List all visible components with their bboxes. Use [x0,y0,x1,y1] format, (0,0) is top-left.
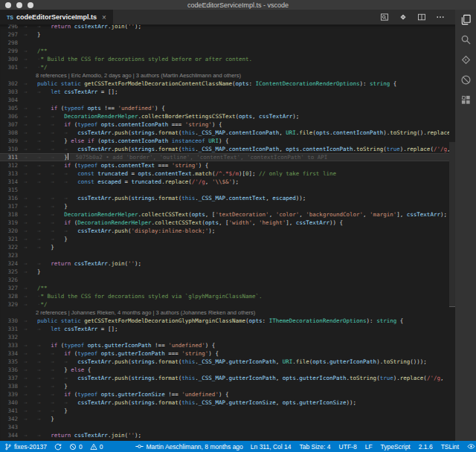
code-line: 326 [0,276,449,284]
explorer-icon[interactable] [460,14,472,25]
code-line: 310→ → → → cssTextArr.push(strings.forma… [0,145,449,153]
typescript-file-icon: TS [7,15,13,20]
gitlens-blame-annotation: 5075b0a2 • add 'border', 'outline', 'con… [76,154,328,161]
line-number: 322 [0,243,22,251]
code-line: 324→ → return cssTextArr.join(''); [0,259,449,268]
code-line: 332 [0,333,449,341]
code-line: 338→ → → } [0,382,449,390]
close-tab-icon[interactable]: × [102,13,106,22]
code-line: 298 [0,39,449,47]
cursor-position[interactable]: Ln 311, Col 14 [251,443,292,451]
titlebar: codeEditorServiceImpl.ts - vscode [0,0,476,10]
line-number: 341 [0,407,22,415]
commit-icon [135,442,144,451]
sync-button[interactable] [54,443,62,451]
code-line: 327→ /** [0,284,449,292]
code-line: 329→ ·*/ [0,300,449,309]
line-number: 328 [0,292,22,300]
line-number: 297 [0,30,22,39]
line-number: 323 [0,251,22,259]
line-number [0,71,22,80]
ts-version[interactable]: 2.1.6 [419,443,433,451]
extensions-icon[interactable] [460,94,472,106]
error-icon [69,443,77,451]
line-number: 326 [0,276,22,284]
tab-size[interactable]: Tab Size: 4 [300,443,331,451]
code-line: 304 [0,96,449,104]
code-line: 313→ → → → const truncated = opts.conten… [0,170,449,178]
line-number: 318 [0,210,22,219]
more-actions-icon[interactable] [436,13,445,22]
code-line: 330→ public static getCSSTextForModelDec… [0,317,449,325]
line-number: 321 [0,235,22,243]
line-number: 298 [0,39,22,47]
code-line: 321→ → → } [0,235,449,243]
gitlens-icon[interactable] [460,54,472,65]
code-line: 343 [0,423,449,431]
tab-label: codeEditorServiceImpl.ts [16,13,97,21]
line-number: 340 [0,398,22,407]
line-number: 305 [0,104,22,112]
code-line: 333→ → if (typeof opts.gutterIconPath !=… [0,341,449,349]
window-title: codeEditorServiceImpl.ts - vscode [187,1,289,9]
code-line: 314→ → → → const escaped = truncated.rep… [0,178,449,186]
code-line: 306→ → → DecorationRenderHelper.collectB… [0,112,449,120]
tab-bar: TS codeEditorServiceImpl.ts × [0,10,455,25]
code-line: 318→ → → DecorationRenderHelper.collectC… [0,210,449,219]
git-branch-icon [4,443,12,451]
zoom-window-icon[interactable] [28,2,33,8]
code-line: 316→ → → → cssTextArr.push(strings.forma… [0,194,449,202]
eye-icon[interactable] [467,442,475,451]
close-window-icon[interactable] [5,2,11,8]
code-line: 303→ → let cssTextArr = []; [0,88,449,96]
line-number: 302 [0,80,22,88]
code-line: 319→ → → if (DecorationRenderHelper.coll… [0,219,449,227]
line-number: 343 [0,423,22,431]
debug-disabled-icon[interactable] [460,74,472,85]
eol[interactable]: LF [365,443,373,451]
codelens-row[interactable]: 2 references | Johannes Rieken, 4 months… [0,309,449,317]
code-line: 296→ → return cssTextArr.join(''); [0,25,449,30]
line-number: 313 [0,170,22,178]
line-number: 314 [0,178,22,186]
open-preview-icon[interactable] [380,13,389,22]
gitlens-blame-status[interactable]: Martin Aeschlimann, 8 months ago [135,442,242,451]
gitlens-compare-icon[interactable] [399,13,408,22]
code-line: 340→ → → → cssTextArr.push(strings.forma… [0,398,449,407]
code-line: 300→ ·* Build the CSS for decorations st… [0,55,449,63]
line-number: 300 [0,55,22,63]
code-line: 339→ → → if (typeof opts.gutterIconSize … [0,390,449,398]
line-number: 329 [0,300,22,309]
code-line: 328→ ·* Build the CSS for decorations st… [0,292,449,300]
status-bar: fixes-20137 0 0 Martin Aeschlimann, 8 mo… [0,441,476,452]
line-number: 344 [0,431,22,439]
git-branch-status[interactable]: fixes-20137 [4,443,47,451]
line-number: 342 [0,415,22,423]
line-number: 311 [0,153,22,161]
scrollbar-slider[interactable] [449,142,455,307]
code-line: 317→ → → } [0,202,449,210]
line-number [0,309,22,317]
search-icon[interactable] [460,34,472,45]
code-line: 301→ ·*/ [0,63,449,71]
codelens-row[interactable]: 8 references | Eric Amodio, 2 days ago |… [0,71,449,80]
code-line: 308→ → → → cssTextArr.push(strings.forma… [0,129,449,137]
code-line: 311→ → → }5075b0a2 • add 'border', 'outl… [0,153,449,161]
code-line: 309→ → → } else if (opts.contentIconPath… [0,137,449,145]
line-number: 339 [0,390,22,398]
minimize-window-icon[interactable] [16,2,22,8]
error-count[interactable]: 0 [69,443,83,451]
tslint-status[interactable]: TSLint [441,443,460,451]
tab-codeEditorServiceImpl[interactable]: TS codeEditorServiceImpl.ts × [0,10,113,25]
code-editor[interactable]: 296→ → return cssTextArr.join('');297→ }… [0,25,455,441]
code-line: 325→ } [0,268,449,276]
language-mode[interactable]: TypeScript [381,443,411,451]
encoding[interactable]: UTF-8 [339,443,357,451]
vertical-scrollbar[interactable] [449,25,455,441]
line-number: 338 [0,382,22,390]
warning-count[interactable]: 0 [90,443,103,451]
code-line: 320→ → → → cssTextArr.push('display:inli… [0,227,449,235]
split-editor-icon[interactable] [417,13,426,22]
line-number: 309 [0,137,22,145]
line-number: 334 [0,349,22,358]
